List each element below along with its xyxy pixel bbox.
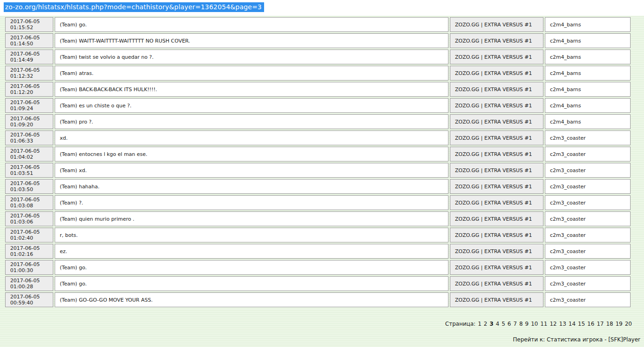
chat-row: 2017-06-05 00:59:40(Team) GO-GO-GO MOVE …: [5, 292, 631, 307]
map-cell: c2m3_coaster: [545, 179, 631, 194]
map-cell: c2m3_coaster: [545, 292, 631, 307]
map-cell: c2m3_coaster: [545, 130, 631, 145]
timestamp-cell: 2017-06-05 00:59:40: [5, 292, 53, 307]
chat-row: 2017-06-05 01:00:30(Team) go.ZOZO.GG | E…: [5, 260, 631, 275]
url-input[interactable]: zo-zo.org/hlstatsx/hlstats.php?mode=chat…: [4, 2, 264, 12]
page-link[interactable]: 18: [606, 321, 613, 327]
map-cell: c2m3_coaster: [545, 228, 631, 242]
server-cell: ZOZO.GG | EXTRA VERSUS #1: [450, 244, 543, 259]
timestamp-cell: 2017-06-05 01:15:52: [5, 17, 53, 32]
chat-row: 2017-06-05 01:15:52(Team) go.ZOZO.GG | E…: [5, 17, 631, 32]
server-cell: ZOZO.GG | EXTRA VERSUS #1: [450, 82, 543, 97]
chat-row: 2017-06-05 01:06:33xd.ZOZO.GG | EXTRA VE…: [5, 130, 631, 145]
timestamp-cell: 2017-06-05 01:03:51: [5, 163, 53, 178]
map-cell: c2m3_coaster: [545, 163, 631, 178]
server-cell: ZOZO.GG | EXTRA VERSUS #1: [450, 276, 543, 291]
chat-row: 2017-06-05 01:04:02(Team) entocnes l kgo…: [5, 147, 631, 161]
pagination: Страница:1234567891011121314151617181920: [445, 321, 632, 327]
page-link[interactable]: 8: [519, 321, 523, 327]
chat-history-table: 2017-06-05 01:15:52(Team) go.ZOZO.GG | E…: [4, 16, 632, 309]
page-link[interactable]: 7: [513, 321, 517, 327]
page-link[interactable]: 13: [559, 321, 566, 327]
timestamp-cell: 2017-06-05 01:02:40: [5, 228, 53, 242]
message-cell: (Team) entocnes l kgo el man ese.: [55, 147, 448, 161]
map-cell: c2m3_coaster: [545, 260, 631, 275]
map-cell: c2m4_barns: [545, 66, 631, 81]
map-cell: c2m3_coaster: [545, 211, 631, 226]
timestamp-cell: 2017-06-05 01:03:50: [5, 179, 53, 194]
chat-row: 2017-06-05 01:03:50(Team) hahaha.ZOZO.GG…: [5, 179, 631, 194]
chat-table-body: 2017-06-05 01:15:52(Team) go.ZOZO.GG | E…: [5, 17, 631, 307]
page-link[interactable]: 20: [625, 321, 632, 327]
map-cell: c2m4_barns: [545, 98, 631, 113]
map-cell: c2m4_barns: [545, 17, 631, 32]
chat-row: 2017-06-05 01:02:16ez.ZOZO.GG | EXTRA VE…: [5, 244, 631, 259]
server-cell: ZOZO.GG | EXTRA VERSUS #1: [450, 17, 543, 32]
goto-label: Перейти к:: [513, 336, 545, 343]
pagination-label: Страница:: [445, 321, 476, 327]
page-link[interactable]: 17: [597, 321, 604, 327]
message-cell: (Team) quien murio primero .: [55, 211, 448, 226]
page-link[interactable]: 2: [484, 321, 487, 327]
chat-row: 2017-06-05 01:14:49(Team) twist se volvi…: [5, 50, 631, 64]
message-cell: (Team) atras.: [55, 66, 448, 81]
timestamp-cell: 2017-06-05 01:12:20: [5, 82, 53, 97]
message-cell: (Team) WAITT-WAITTTT-WAITTTTT NO RUSH CO…: [55, 33, 448, 48]
chat-row: 2017-06-05 01:12:20(Team) BACK-BACK-BACK…: [5, 82, 631, 97]
chat-row: 2017-06-05 01:02:40r, bots.ZOZO.GG | EXT…: [5, 228, 631, 242]
server-cell: ZOZO.GG | EXTRA VERSUS #1: [450, 130, 543, 145]
chat-row: 2017-06-05 01:09:24(Team) es un chiste o…: [5, 98, 631, 113]
chat-row: 2017-06-05 01:03:08(Team) ?.ZOZO.GG | EX…: [5, 195, 631, 210]
page-link[interactable]: 10: [531, 321, 538, 327]
page-link[interactable]: 6: [507, 321, 511, 327]
server-cell: ZOZO.GG | EXTRA VERSUS #1: [450, 33, 543, 48]
timestamp-cell: 2017-06-05 01:12:32: [5, 66, 53, 81]
server-cell: ZOZO.GG | EXTRA VERSUS #1: [450, 50, 543, 64]
message-cell: (Team) twist se volvio a quedar no ?.: [55, 50, 448, 64]
timestamp-cell: 2017-06-05 01:03:06: [5, 211, 53, 226]
page-link[interactable]: 15: [578, 321, 585, 327]
page-link[interactable]: 12: [549, 321, 556, 327]
page-link[interactable]: 19: [615, 321, 622, 327]
server-cell: ZOZO.GG | EXTRA VERSUS #1: [450, 98, 543, 113]
timestamp-cell: 2017-06-05 01:03:08: [5, 195, 53, 210]
message-cell: (Team) GO-GO-GO MOVE YOUR ASS.: [55, 292, 448, 307]
map-cell: c2m3_coaster: [545, 276, 631, 291]
message-cell: (Team) ?.: [55, 195, 448, 210]
page-link[interactable]: 16: [587, 321, 594, 327]
page-link[interactable]: 1: [478, 321, 481, 327]
message-cell: (Team) go.: [55, 17, 448, 32]
message-cell: ez.: [55, 244, 448, 259]
message-cell: r, bots.: [55, 228, 448, 242]
map-cell: c2m3_coaster: [545, 147, 631, 161]
map-cell: c2m4_barns: [545, 114, 631, 129]
server-cell: ZOZO.GG | EXTRA VERSUS #1: [450, 179, 543, 194]
timestamp-cell: 2017-06-05 01:14:49: [5, 50, 53, 64]
address-bar: zo-zo.org/hlstatsx/hlstats.php?mode=chat…: [0, 0, 644, 16]
page-link[interactable]: 9: [525, 321, 529, 327]
map-cell: c2m4_barns: [545, 33, 631, 48]
timestamp-cell: 2017-06-05 01:09:20: [5, 114, 53, 129]
server-cell: ZOZO.GG | EXTRA VERSUS #1: [450, 260, 543, 275]
map-cell: c2m3_coaster: [545, 244, 631, 259]
page-link[interactable]: 5: [502, 321, 505, 327]
page-link[interactable]: 14: [568, 321, 575, 327]
server-cell: ZOZO.GG | EXTRA VERSUS #1: [450, 292, 543, 307]
timestamp-cell: 2017-06-05 01:04:02: [5, 147, 53, 161]
timestamp-cell: 2017-06-05 01:09:24: [5, 98, 53, 113]
server-cell: ZOZO.GG | EXTRA VERSUS #1: [450, 163, 543, 178]
server-cell: ZOZO.GG | EXTRA VERSUS #1: [450, 114, 543, 129]
chat-row: 2017-06-05 01:09:20(Team) pro ?.ZOZO.GG …: [5, 114, 631, 129]
timestamp-cell: 2017-06-05 01:06:33: [5, 130, 53, 145]
map-cell: c2m4_barns: [545, 82, 631, 97]
footer-goto: Перейти к: Статистика игрока - [SFK]Play…: [513, 336, 640, 343]
page-link[interactable]: 4: [496, 321, 499, 327]
chat-row: 2017-06-05 01:12:32(Team) atras.ZOZO.GG …: [5, 66, 631, 81]
page-link[interactable]: 11: [540, 321, 547, 327]
goto-player-stats-link[interactable]: Статистика игрока - [SFK]Player: [547, 336, 640, 343]
timestamp-cell: 2017-06-05 01:02:16: [5, 244, 53, 259]
chat-row: 2017-06-05 01:03:06(Team) quien murio pr…: [5, 211, 631, 226]
map-cell: c2m3_coaster: [545, 195, 631, 210]
chat-row: 2017-06-05 01:00:28(Team) go.ZOZO.GG | E…: [5, 276, 631, 291]
server-cell: ZOZO.GG | EXTRA VERSUS #1: [450, 228, 543, 242]
